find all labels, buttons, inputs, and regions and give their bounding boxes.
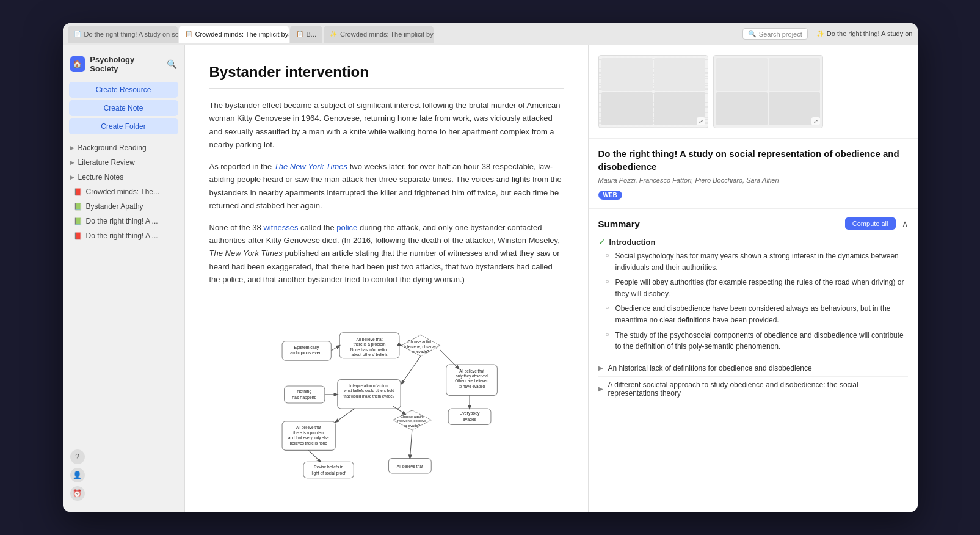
intro-bullet-2: People will obey authorities (for exampl… [608,277,908,299]
svg-text:intervene, observe,: intervene, observe, [404,344,437,349]
svg-text:only they observed: only they observed [456,374,488,379]
flowchart-svg: Epistemically ambiguous event All believ… [240,299,533,482]
chevron-icon: ▶ [70,145,74,151]
summary-section: Summary Compute all ∧ ✓ Introduction Soc… [589,209,918,410]
svg-text:or evade?: or evade? [412,349,429,354]
sidebar-file-crowded-minds[interactable]: 📕 Crowded minds: The... [63,184,184,199]
sidebar-folder-background-reading[interactable]: ▶ Background Reading [63,140,184,155]
svg-text:has happend: has happend [292,395,316,400]
svg-line-38 [335,409,354,422]
main-layout: 🏠 Psychology Society 🔍 Create Resource C… [63,45,918,512]
svg-text:light of social proof: light of social proof [311,471,345,476]
svg-text:Everybody: Everybody [459,411,479,416]
svg-rect-24 [284,386,324,403]
tab-3-label: B... [307,31,317,38]
svg-rect-44 [303,462,353,478]
search-project-input[interactable]: 🔍 Search project [742,28,808,40]
tab-search-area: 🔍 Search project ✨ Do the right thing! A… [742,28,913,40]
file-icon-red: 📕 [74,188,82,196]
file-label: Crowded minds: The... [86,187,160,196]
svg-text:there is a problem: there is a problem [293,431,324,435]
introduction-section: ✓ Introduction Social psychology has for… [598,237,908,352]
svg-line-8 [331,345,339,350]
sidebar-file-do-right-thing-1[interactable]: 📗 Do the right thing! A ... [63,214,184,228]
create-note-button[interactable]: Create Note [69,100,178,116]
file-label: Do the right thing! A ... [86,217,158,225]
svg-line-31 [401,356,420,384]
file-icon-red: 📕 [74,232,82,240]
preview-images-section: ⤢ ⤢ [589,45,918,139]
svg-text:believes there is none: believes there is none [289,440,327,445]
document-content: Bystander intervention The bystander eff… [185,45,588,512]
project-icon: 🏠 [70,56,85,72]
sidebar-folder-literature-review[interactable]: ▶ Literature Review [63,155,184,170]
chevron-icon: ▶ [598,385,603,392]
summary-title: Summary [598,219,640,229]
svg-text:about others' beliefs: about others' beliefs [351,352,388,357]
tab-bar: 📄 Do the right thing! A study on social … [63,23,918,45]
sidebar-search-icon[interactable]: 🔍 [167,59,177,69]
sidebar-folder-lecture-notes[interactable]: ▶ Lecture Notes [63,170,184,184]
expand-icon-1[interactable]: ⤢ [697,117,705,125]
tab-4[interactable]: ✨ Crowded minds: The implicit bystander … [324,26,434,43]
svg-text:All believe that: All believe that [459,368,484,373]
compute-all-button[interactable]: Compute all [845,217,896,230]
file-label: Bystander Apathy [86,202,143,211]
article-title: Do the right thing! A study on social re… [598,147,908,173]
tab-1[interactable]: 📄 Do the right thing! A study on social … [68,26,178,43]
create-resource-button[interactable]: Create Resource [69,82,178,98]
svg-text:All believe that: All believe that [396,464,423,468]
folder-label: Background Reading [78,144,147,152]
intro-bullet-4: The study of the psychosocial components… [608,330,908,352]
svg-text:All believe that: All believe that [296,425,321,429]
preview-image-2[interactable]: ⤢ [713,55,823,128]
svg-text:evades: evades [462,417,476,421]
article-info: Do the right thing! A study on social re… [589,139,918,209]
collapse-summary-button[interactable]: ∧ [902,219,908,228]
sidebar-file-bystander-apathy[interactable]: 📗 Bystander Apathy [63,199,184,214]
collapsed-section-2[interactable]: ▶ A different societal approach to study… [598,376,908,401]
summary-header: Summary Compute all ∧ [598,217,908,230]
expand-icon-2[interactable]: ⤢ [811,117,820,125]
collapsed-title-2: A different societal approach to study o… [608,380,908,398]
history-icon[interactable]: ⏰ [70,486,85,501]
paragraph-1: The bystander effect became a subject of… [209,99,564,151]
svg-text:ambiguous event: ambiguous event [290,351,322,355]
folder-label: Lecture Notes [78,173,124,181]
police-link[interactable]: police [336,223,357,232]
intro-title: Introduction [609,238,656,247]
svg-text:Epistemically: Epistemically [294,345,319,350]
paragraph-2: As reported in the The New York Times tw… [209,160,564,213]
svg-text:or evade?: or evade? [404,424,420,428]
chevron-icon: ▶ [70,159,74,166]
chevron-icon: ▶ [70,174,74,180]
nyt-link-1[interactable]: The New York Times [274,162,347,171]
tab-2-label: Crowded minds: The implicit bystander e.… [195,31,289,38]
intro-bullet-1: Social psychology has for many years sho… [608,250,908,273]
extra-tab-label[interactable]: ✨ Do the right thing! A study on [816,30,913,38]
svg-text:and that everybody else: and that everybody else [288,435,329,440]
intro-bullet-3: Obedience and disobedience have been con… [608,303,908,326]
svg-text:None has information: None has information [350,348,388,352]
intro-header: ✓ Introduction [598,237,908,247]
tab-3[interactable]: 📋 B... [290,26,323,43]
sidebar-file-do-right-thing-2[interactable]: 📕 Do the right thing! A ... [63,228,184,243]
web-badge: WEB [598,191,622,200]
tab-1-label: Do the right thing! A study on social re… [84,31,178,38]
tab-2[interactable]: 📋 Crowded minds: The implicit bystander … [179,26,289,43]
witnesses-link[interactable]: witnesses [263,223,298,232]
tab-2-icon: 📋 [185,31,192,37]
sidebar-bottom: ? 👤 ⏰ [63,445,184,506]
create-folder-button[interactable]: Create Folder [69,118,178,134]
svg-text:All believe that: All believe that [356,337,382,341]
collapsed-section-1[interactable]: ▶ An historical lack of definitions for … [598,360,908,376]
svg-text:that would make them evade?: that would make them evade? [343,394,394,398]
preview-image-1[interactable]: ⤢ [598,55,708,128]
svg-text:Choose again:: Choose again: [400,414,424,418]
check-icon: ✓ [598,237,606,247]
svg-text:to have evaded: to have evaded [459,384,485,388]
help-icon[interactable]: ? [70,449,85,464]
svg-text:intervene, observe,: intervene, observe, [396,419,427,423]
user-icon[interactable]: 👤 [70,468,85,482]
app-window: 📄 Do the right thing! A study on social … [63,23,918,512]
